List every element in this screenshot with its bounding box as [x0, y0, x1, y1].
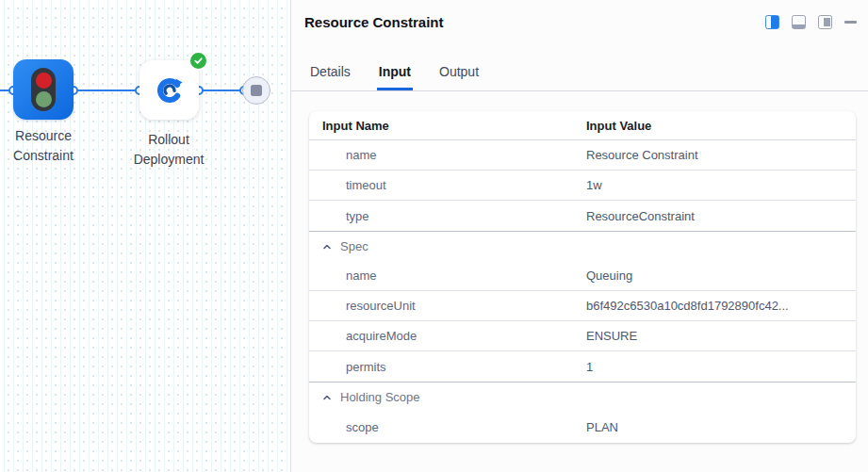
chevron-up-icon	[322, 242, 332, 252]
table-row: resourceUnit b6f492c6530a10cd8fd1792890f…	[309, 291, 856, 321]
node-resource-constraint[interactable]	[13, 59, 74, 120]
node-rollout-deployment[interactable]	[139, 60, 199, 120]
panel-title: Resource Constraint	[304, 14, 444, 30]
stop-square-icon	[251, 85, 262, 96]
dock-right-icon[interactable]	[765, 15, 779, 29]
dock-bottom-icon[interactable]	[792, 15, 806, 29]
section-label: Holding Scope	[340, 390, 420, 404]
tab-bar: Details Input Output	[291, 59, 868, 91]
tab-details[interactable]: Details	[308, 59, 352, 90]
table-row: permits 1	[309, 351, 856, 382]
input-table-card: Input Name Input Value name Resource Con…	[309, 111, 856, 443]
section-row-spec[interactable]: Spec	[309, 231, 856, 261]
table-row: timeout 1w	[309, 171, 856, 201]
node-end[interactable]	[242, 76, 270, 105]
tab-output[interactable]: Output	[437, 59, 481, 90]
section-row-holding-scope[interactable]: Holding Scope	[309, 382, 856, 412]
traffic-light-icon	[31, 68, 56, 111]
tab-input[interactable]: Input	[377, 59, 413, 90]
table-row: name Queuing	[309, 261, 856, 291]
column-header-input-value: Input Value	[586, 119, 856, 133]
details-panel: Resource Constraint Details Input Output…	[290, 0, 868, 472]
node-label-resource-constraint: Resource Constraint	[0, 126, 90, 166]
panel-window-controls	[765, 15, 857, 29]
traffic-light-green	[36, 91, 52, 107]
traffic-light-red	[36, 73, 52, 89]
table-row: name Resource Constraint	[309, 140, 856, 171]
table-row: acquireMode ENSURE	[309, 321, 856, 351]
dock-float-icon[interactable]	[818, 15, 832, 29]
app-window: Resource Constraint Rollout Deployment R…	[0, 0, 868, 472]
table-header: Input Name Input Value	[309, 111, 856, 140]
check-badge-icon	[188, 51, 208, 71]
chevron-up-icon	[322, 393, 332, 402]
table-row: scope PLAN	[309, 412, 856, 442]
node-label-rollout-deployment: Rollout Deployment	[112, 130, 225, 170]
minimize-icon[interactable]	[844, 21, 857, 24]
column-header-input-name: Input Name	[309, 119, 586, 133]
table-row: type ResourceConstraint	[309, 201, 856, 231]
section-label: Spec	[340, 239, 368, 253]
workflow-canvas[interactable]: Resource Constraint Rollout Deployment	[0, 0, 290, 472]
rollout-icon	[155, 75, 185, 106]
